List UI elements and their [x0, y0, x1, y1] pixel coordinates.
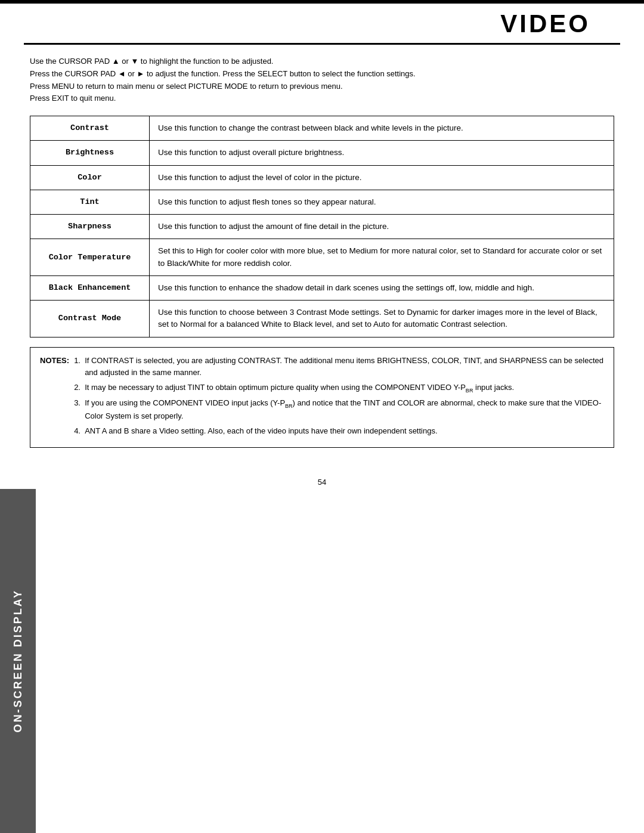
note-item-2: 2. It may be necessary to adjust TINT to… — [74, 382, 604, 395]
table-row: Color Use this function to adjust the le… — [30, 165, 614, 190]
function-label-black-enhance: Black Enhancement — [30, 275, 150, 300]
page-container: VIDEO Use the CURSOR PAD ▲ or ▼ to highl… — [0, 0, 644, 833]
note-2-text: It may be necessary to adjust TINT to ob… — [85, 382, 514, 395]
sidebar-label: ON-SCREEN DISPLAY — [12, 589, 24, 732]
function-desc-color: Use this function to adjust the level of… — [150, 165, 614, 190]
function-desc-sharpness: Use this function to adjust the amount o… — [150, 215, 614, 239]
table-row: Contrast Use this function to change the… — [30, 116, 614, 141]
functions-table: Contrast Use this function to change the… — [30, 116, 614, 337]
note-item-1: 1. If CONTRAST is selected, you are adju… — [74, 355, 604, 380]
intro-line2: Press the CURSOR PAD ◄ or ► to adjust th… — [30, 68, 614, 80]
page-title: VIDEO — [500, 10, 590, 38]
table-row: Black Enhancement Use this function to e… — [30, 275, 614, 300]
intro-text: Use the CURSOR PAD ▲ or ▼ to highlight t… — [30, 55, 614, 105]
function-desc-contrast-mode: Use this function to choose between 3 Co… — [150, 301, 614, 337]
function-label-brightness: Brightness — [30, 141, 150, 165]
table-row: Brightness Use this function to adjust o… — [30, 141, 614, 165]
note-item-3: 3. If you are using the COMPONENT VIDEO … — [74, 397, 604, 423]
function-label-tint: Tint — [30, 190, 150, 214]
sidebar-label-container: ON-SCREEN DISPLAY — [0, 489, 36, 833]
notes-content: NOTES: 1. If CONTRAST is selected, you a… — [40, 355, 604, 440]
video-header: VIDEO — [24, 4, 620, 45]
note-4-text: ANT A and B share a Video setting. Also,… — [85, 425, 437, 438]
intro-line4: Press EXIT to quit menu. — [30, 92, 614, 105]
table-row: Tint Use this function to adjust flesh t… — [30, 190, 614, 214]
function-desc-color-temp: Set this to High for cooler color with m… — [150, 239, 614, 276]
note-1-text: If CONTRAST is selected, you are adjusti… — [85, 355, 604, 380]
note-item-4: 4. ANT A and B share a Video setting. Al… — [74, 425, 604, 438]
function-desc-tint: Use this function to adjust flesh tones … — [150, 190, 614, 214]
function-desc-black-enhance: Use this function to enhance the shadow … — [150, 275, 614, 300]
table-row: Contrast Mode Use this function to choos… — [30, 301, 614, 337]
function-desc-brightness: Use this function to adjust overall pict… — [150, 141, 614, 165]
function-label-color-temp: Color Temperature — [30, 239, 150, 276]
note-3-text: If you are using the COMPONENT VIDEO inp… — [85, 397, 604, 423]
intro-line3: Press MENU to return to main menu or sel… — [30, 80, 614, 93]
function-label-contrast: Contrast — [30, 116, 150, 141]
function-label-color: Color — [30, 165, 150, 190]
main-content: Use the CURSOR PAD ▲ or ▼ to highlight t… — [0, 45, 644, 460]
intro-line1: Use the CURSOR PAD ▲ or ▼ to highlight t… — [30, 55, 614, 68]
notes-box: NOTES: 1. If CONTRAST is selected, you a… — [30, 347, 614, 448]
table-row: Sharpness Use this function to adjust th… — [30, 215, 614, 239]
table-row: Color Temperature Set this to High for c… — [30, 239, 614, 276]
page-number: 54 — [0, 460, 644, 498]
function-label-sharpness: Sharpness — [30, 215, 150, 239]
function-label-contrast-mode: Contrast Mode — [30, 301, 150, 337]
notes-label: NOTES: — [40, 355, 69, 367]
function-desc-contrast: Use this function to change the contrast… — [150, 116, 614, 141]
